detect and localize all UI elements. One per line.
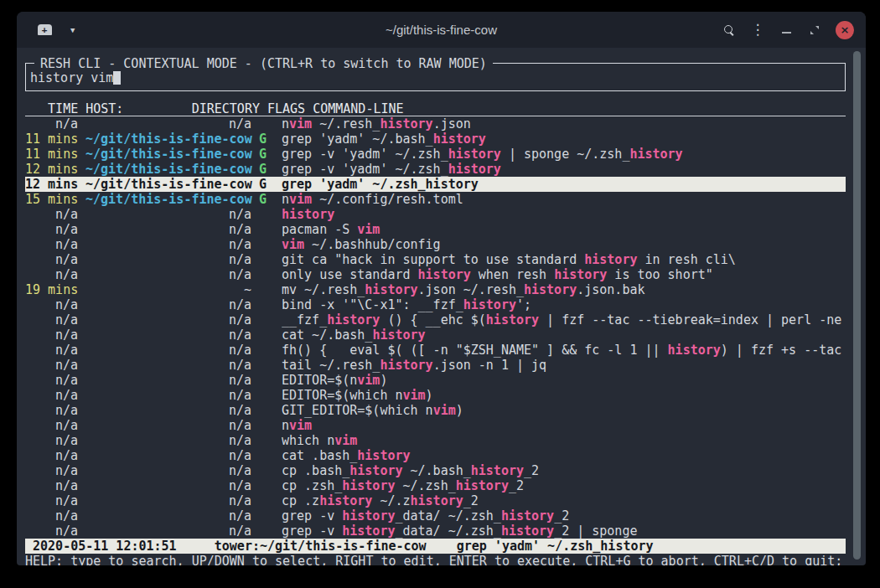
resh-search-box[interactable]: RESH CLI - CONTEXTUAL MODE - (CTRL+R to … xyxy=(25,63,846,91)
history-row[interactable]: n/an/a__fzf_history () { __ehc $(history… xyxy=(25,312,846,328)
close-icon: × xyxy=(841,23,850,36)
row-command: nvim ~/.config/resh.toml xyxy=(282,192,846,207)
history-row[interactable]: n/an/acat .bash_history xyxy=(25,448,846,463)
history-row[interactable]: n/an/aGIT_EDITOR=$(which nvim) xyxy=(25,403,846,418)
history-row[interactable]: n/an/abind -x '"\C-x1": __fzf_history'; xyxy=(25,297,846,312)
row-command: fh() { eval $( ([ -n "$ZSH_NAME" ] && fc… xyxy=(282,343,846,358)
history-row[interactable]: n/an/agrep -v history_data/ ~/.zsh_histo… xyxy=(25,524,846,539)
row-time: n/a xyxy=(25,116,78,132)
row-directory: n/a xyxy=(85,297,251,312)
row-time: 12 mins xyxy=(25,177,78,192)
row-directory: n/a xyxy=(85,116,251,132)
row-directory: ~/git/this-is-fine-cow xyxy=(85,162,251,177)
row-directory: n/a xyxy=(85,207,251,222)
text-cursor xyxy=(113,71,121,85)
search-input[interactable]: history vim xyxy=(30,70,113,85)
restore-icon xyxy=(810,25,820,35)
row-directory: n/a xyxy=(85,433,251,448)
history-row[interactable]: n/an/ahistory xyxy=(25,207,846,222)
row-directory: n/a xyxy=(85,403,251,418)
history-row[interactable]: n/an/avim ~/.bashhub/config xyxy=(25,237,846,252)
row-directory: n/a xyxy=(85,312,251,328)
row-directory: n/a xyxy=(85,463,251,478)
row-directory: n/a xyxy=(85,524,251,539)
resh-mode-title: RESH CLI - CONTEXTUAL MODE - (CTRL+R to … xyxy=(34,56,493,71)
history-row[interactable]: 15 mins~/git/this-is-fine-cowGnvim ~/.co… xyxy=(25,192,846,207)
row-time: 15 mins xyxy=(25,192,78,207)
row-time: n/a xyxy=(25,237,78,252)
row-command: grep -v history_data/ ~/.zsh_history_2 |… xyxy=(282,524,846,539)
row-command: grep 'yadm' ~/.bash_history xyxy=(282,132,846,147)
history-row[interactable]: n/an/apacman -S vim xyxy=(25,222,846,237)
history-row[interactable]: n/an/agit ca "hack in support to use sta… xyxy=(25,252,846,267)
terminal-window: + ▼ ~/git/this-is-fine-cow ⋮ × xyxy=(17,12,866,565)
row-flags xyxy=(259,328,274,343)
table-header: TIME HOST: DIRECTORY FLAGS COMMAND-LINE xyxy=(25,101,846,116)
row-directory: n/a xyxy=(85,508,251,524)
history-row[interactable]: n/an/aonly use standard history when res… xyxy=(25,267,846,282)
row-directory: n/a xyxy=(85,493,251,508)
history-row[interactable]: 11 mins~/git/this-is-fine-cowGgrep 'yadm… xyxy=(25,132,846,147)
row-time: n/a xyxy=(25,448,78,463)
search-button[interactable] xyxy=(715,18,743,43)
row-flags: G xyxy=(259,147,274,162)
new-tab-button[interactable]: + xyxy=(30,18,59,43)
row-time: n/a xyxy=(25,297,78,312)
row-flags: G xyxy=(259,192,274,207)
history-row[interactable]: n/an/agrep -v history_data/ ~/.zsh_histo… xyxy=(25,508,846,524)
history-row[interactable]: n/an/acat ~/.bash_history xyxy=(25,328,846,343)
titlebar: + ▼ ~/git/this-is-fine-cow ⋮ × xyxy=(17,12,866,48)
row-flags: G xyxy=(259,177,274,192)
row-flags: G xyxy=(259,162,274,177)
menu-button[interactable]: ⋮ xyxy=(743,18,772,43)
row-flags xyxy=(259,297,274,312)
row-time: n/a xyxy=(25,403,78,418)
row-flags xyxy=(259,493,274,508)
row-flags xyxy=(259,358,274,373)
row-flags xyxy=(259,403,274,418)
restore-button[interactable] xyxy=(800,18,829,43)
row-directory: n/a xyxy=(85,478,251,493)
minimize-button[interactable] xyxy=(772,18,800,43)
row-command: mv ~/.resh_history.json ~/.resh_history.… xyxy=(282,282,846,297)
row-directory: n/a xyxy=(85,388,251,403)
row-time: n/a xyxy=(25,524,78,539)
close-button[interactable]: × xyxy=(836,21,854,39)
history-row[interactable]: n/an/acp .bash_history ~/.bash_history_2 xyxy=(25,463,846,478)
row-directory: ~/git/this-is-fine-cow xyxy=(85,132,251,147)
row-time: 19 mins xyxy=(25,282,78,297)
history-row[interactable]: 12 mins~/git/this-is-fine-cowGgrep -v 'y… xyxy=(25,162,846,177)
row-time: n/a xyxy=(25,312,78,328)
row-directory: n/a xyxy=(85,418,251,433)
row-command: EDITOR=$(nvim) xyxy=(282,373,846,388)
history-row[interactable]: n/an/atail ~/.resh_history.json -n 1 | j… xyxy=(25,358,846,373)
row-flags xyxy=(259,433,274,448)
row-time: n/a xyxy=(25,508,78,524)
chevron-down-icon[interactable]: ▼ xyxy=(70,26,75,34)
history-row[interactable]: n/an/awhich nvim xyxy=(25,433,846,448)
history-row[interactable]: n/an/acp .zsh_history ~/.zsh_history_2 xyxy=(25,478,846,493)
row-time: n/a xyxy=(25,328,78,343)
row-flags xyxy=(259,373,274,388)
row-command: EDITOR=$(which nvim) xyxy=(282,388,846,403)
row-time: n/a xyxy=(25,252,78,267)
row-directory: n/a xyxy=(85,373,251,388)
row-command: grep 'yadm' ~/.zsh_history xyxy=(282,177,846,192)
history-row[interactable]: 12 mins~/git/this-is-fine-cowGgrep 'yadm… xyxy=(25,177,846,192)
row-command: only use standard history when resh hist… xyxy=(282,267,846,282)
history-row[interactable]: n/an/anvim ~/.resh_history.json xyxy=(25,116,846,132)
row-time: 11 mins xyxy=(25,147,78,162)
history-row[interactable]: n/an/afh() { eval $( ([ -n "$ZSH_NAME" ]… xyxy=(25,343,846,358)
history-row[interactable]: 19 mins~mv ~/.resh_history.json ~/.resh_… xyxy=(25,282,846,297)
history-row[interactable]: n/an/acp .zhistory ~/.zhistory_2 xyxy=(25,493,846,508)
row-flags xyxy=(259,508,274,524)
row-time: n/a xyxy=(25,358,78,373)
row-flags xyxy=(259,282,274,297)
history-row[interactable]: n/an/aEDITOR=$(which nvim) xyxy=(25,388,846,403)
scrollbar-thumb[interactable] xyxy=(853,51,861,560)
history-row[interactable]: n/an/aEDITOR=$(nvim) xyxy=(25,373,846,388)
row-time: n/a xyxy=(25,493,78,508)
history-row[interactable]: n/an/anvim xyxy=(25,418,846,433)
search-icon xyxy=(724,25,734,35)
history-row[interactable]: 11 mins~/git/this-is-fine-cowGgrep -v 'y… xyxy=(25,147,846,162)
